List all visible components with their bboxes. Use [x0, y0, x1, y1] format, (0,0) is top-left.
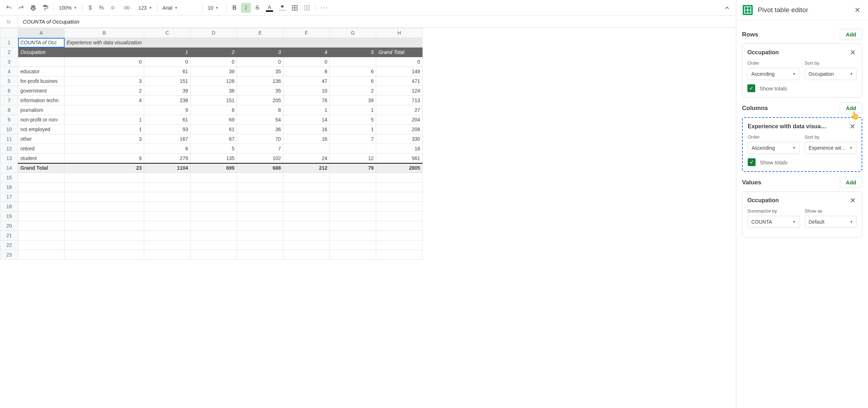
- cell[interactable]: educator: [18, 67, 65, 76]
- cell[interactable]: 205: [237, 96, 283, 105]
- cell[interactable]: [144, 183, 191, 192]
- row-header[interactable]: 7: [0, 96, 18, 105]
- row-header[interactable]: 15: [0, 173, 18, 183]
- cell[interactable]: Experience with data visualization: [65, 38, 144, 48]
- cell[interactable]: 2: [65, 86, 144, 96]
- cell[interactable]: [144, 231, 191, 240]
- cell[interactable]: 6: [330, 67, 376, 76]
- cell[interactable]: other: [18, 134, 65, 144]
- cell[interactable]: 6: [144, 144, 191, 154]
- cell[interactable]: Occupation: [18, 48, 65, 57]
- cell[interactable]: [65, 221, 144, 231]
- cell[interactable]: [191, 202, 237, 212]
- cell[interactable]: 36: [191, 86, 237, 96]
- cell[interactable]: [65, 105, 144, 115]
- cell[interactable]: 67: [191, 134, 237, 144]
- cell[interactable]: 23: [65, 163, 144, 173]
- cell[interactable]: 151: [144, 76, 191, 86]
- cell[interactable]: [330, 221, 376, 231]
- cell[interactable]: 330: [376, 134, 423, 144]
- row-header[interactable]: 2: [0, 48, 18, 57]
- add-column-button[interactable]: Add: [840, 103, 862, 114]
- column-header[interactable]: C: [144, 28, 191, 38]
- cell[interactable]: [376, 240, 423, 250]
- cell[interactable]: 9: [144, 105, 191, 115]
- cell[interactable]: [283, 212, 330, 221]
- cell[interactable]: 36: [237, 125, 283, 134]
- cell[interactable]: [191, 212, 237, 221]
- cell[interactable]: 35: [237, 86, 283, 96]
- cell[interactable]: [330, 38, 376, 48]
- cell[interactable]: 0: [376, 57, 423, 67]
- collapse-toolbar-button[interactable]: [722, 3, 732, 13]
- cell[interactable]: [65, 192, 144, 202]
- cell[interactable]: [330, 144, 376, 154]
- cell[interactable]: 5: [330, 48, 376, 57]
- cell[interactable]: [144, 240, 191, 250]
- cell[interactable]: [376, 192, 423, 202]
- cell[interactable]: [191, 192, 237, 202]
- cell[interactable]: [65, 144, 144, 154]
- cell[interactable]: 9: [65, 154, 144, 163]
- cell[interactable]: [18, 192, 65, 202]
- select-all-corner[interactable]: [0, 28, 18, 38]
- cell[interactable]: [237, 231, 283, 240]
- increase-decimal-button[interactable]: .00→: [121, 3, 135, 13]
- row-header[interactable]: 3: [0, 57, 18, 67]
- cell[interactable]: [237, 202, 283, 212]
- cell[interactable]: [283, 250, 330, 260]
- summarize-select[interactable]: COUNTA▼: [747, 216, 800, 228]
- cell[interactable]: [191, 240, 237, 250]
- cell[interactable]: 27: [376, 105, 423, 115]
- cell[interactable]: 7: [330, 134, 376, 144]
- remove-row-field-button[interactable]: ✕: [848, 48, 857, 57]
- currency-button[interactable]: $: [85, 3, 95, 13]
- cell[interactable]: 4: [65, 96, 144, 105]
- row-order-select[interactable]: Ascending▼: [747, 68, 800, 80]
- italic-button[interactable]: I: [241, 3, 251, 13]
- column-header[interactable]: D: [191, 28, 237, 38]
- row-header[interactable]: 9: [0, 115, 18, 125]
- row-header[interactable]: 16: [0, 183, 18, 192]
- cell[interactable]: [237, 250, 283, 260]
- cell[interactable]: 8: [283, 67, 330, 76]
- col-sortby-select[interactable]: Experience wit…▼: [805, 142, 857, 154]
- cell[interactable]: [18, 202, 65, 212]
- row-header[interactable]: 12: [0, 144, 18, 154]
- cell[interactable]: 151: [191, 96, 237, 105]
- cell[interactable]: [191, 38, 237, 48]
- cell[interactable]: [144, 212, 191, 221]
- cell[interactable]: 16: [283, 125, 330, 134]
- cell[interactable]: [18, 240, 65, 250]
- cell[interactable]: [144, 38, 191, 48]
- cell[interactable]: 204: [376, 115, 423, 125]
- strikethrough-button[interactable]: S: [252, 3, 262, 13]
- cell[interactable]: Grand Total: [376, 48, 423, 57]
- cell[interactable]: [18, 250, 65, 260]
- cell[interactable]: 1: [65, 115, 144, 125]
- paint-format-button[interactable]: [40, 3, 51, 13]
- cell[interactable]: [376, 202, 423, 212]
- cell[interactable]: 2: [191, 48, 237, 57]
- cell[interactable]: 39: [330, 96, 376, 105]
- cell[interactable]: [191, 231, 237, 240]
- cell[interactable]: Grand Total: [18, 163, 65, 173]
- cell[interactable]: 128: [191, 76, 237, 86]
- bold-button[interactable]: B: [229, 3, 239, 13]
- cell[interactable]: 24: [283, 154, 330, 163]
- cell[interactable]: [18, 221, 65, 231]
- row-header[interactable]: 18: [0, 202, 18, 212]
- col-show-totals-checkbox[interactable]: ✓: [748, 158, 756, 166]
- cell[interactable]: 0: [283, 57, 330, 67]
- cell[interactable]: [144, 173, 191, 183]
- cell[interactable]: [65, 173, 144, 183]
- redo-button[interactable]: [16, 3, 26, 13]
- cell[interactable]: 14: [283, 115, 330, 125]
- cell[interactable]: [144, 250, 191, 260]
- row-header[interactable]: 11: [0, 134, 18, 144]
- cell[interactable]: [191, 173, 237, 183]
- cell[interactable]: [283, 240, 330, 250]
- cell[interactable]: COUNTA of Occ: [18, 38, 65, 48]
- cell[interactable]: 35: [237, 67, 283, 76]
- row-header[interactable]: 1: [0, 38, 18, 48]
